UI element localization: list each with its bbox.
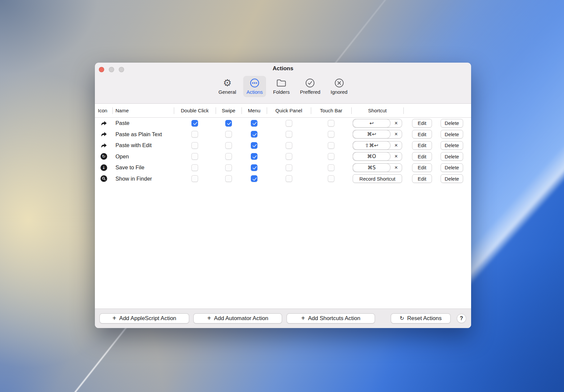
column-separator: [351, 107, 352, 114]
shortcut-value[interactable]: ⌘↩: [353, 130, 390, 139]
menu-checkbox[interactable]: [251, 153, 257, 160]
toolbar-item-ignored[interactable]: Ignored: [327, 76, 351, 97]
shortcut-field[interactable]: ⇧⌘↩ ×: [353, 141, 402, 150]
edit-button[interactable]: Edit: [412, 141, 432, 150]
column-separator: [242, 107, 242, 114]
forward-arrow-icon: [101, 120, 107, 127]
delete-button[interactable]: Delete: [441, 163, 463, 172]
column-separator: [174, 107, 174, 114]
button-label: Reset Actions: [407, 315, 442, 322]
double-click-checkbox[interactable]: [191, 142, 198, 149]
double-click-checkbox[interactable]: [191, 164, 198, 171]
toolbar-label: Preffered: [300, 89, 320, 95]
folder-icon: [276, 78, 286, 88]
open-circle-icon: ↻: [101, 153, 107, 160]
touch-bar-checkbox[interactable]: [328, 142, 334, 149]
quick-panel-checkbox[interactable]: [286, 175, 292, 182]
toolbar-item-preffered[interactable]: Preffered: [297, 76, 323, 97]
column-separator: [311, 107, 311, 114]
edit-button[interactable]: Edit: [412, 130, 432, 139]
record-shortcut-button[interactable]: Record Shortcut: [353, 174, 402, 183]
double-click-checkbox[interactable]: [191, 153, 198, 160]
toolbar-item-folders[interactable]: Folders: [270, 76, 293, 97]
clear-shortcut-button[interactable]: ×: [390, 130, 402, 138]
shortcut-value[interactable]: ↩: [353, 119, 390, 128]
touch-bar-checkbox[interactable]: [328, 175, 334, 182]
delete-button[interactable]: Delete: [441, 141, 463, 150]
action-name: Paste with Edit: [112, 142, 174, 148]
menu-checkbox[interactable]: [251, 164, 257, 171]
shortcut-field[interactable]: ⌘O ×: [353, 152, 402, 161]
delete-button[interactable]: Delete: [441, 130, 463, 139]
shortcut-value[interactable]: ⌘S: [353, 163, 390, 172]
quick-panel-checkbox[interactable]: [286, 131, 292, 138]
quick-panel-checkbox[interactable]: [286, 164, 292, 171]
reset-icon: ↻: [400, 315, 404, 321]
close-button[interactable]: [99, 67, 104, 72]
swipe-checkbox[interactable]: [225, 131, 232, 138]
delete-button[interactable]: Delete: [441, 119, 463, 128]
quick-panel-checkbox[interactable]: [286, 153, 292, 160]
menu-checkbox[interactable]: [251, 142, 257, 149]
add-shortcuts-action-button[interactable]: + Add Shortcuts Action: [287, 313, 375, 323]
delete-button[interactable]: Delete: [441, 152, 463, 161]
edit-button[interactable]: Edit: [412, 163, 432, 172]
menu-checkbox[interactable]: [251, 120, 257, 127]
swipe-checkbox[interactable]: [225, 175, 232, 182]
shortcut-field[interactable]: ↩ ×: [353, 119, 402, 128]
shortcut-value[interactable]: ⌘O: [353, 152, 390, 161]
add-applescript-action-button[interactable]: + Add AppleScript Action: [100, 313, 189, 323]
clear-shortcut-button[interactable]: ×: [390, 141, 402, 149]
edit-button[interactable]: Edit: [412, 152, 432, 161]
delete-button[interactable]: Delete: [441, 174, 463, 183]
table-row-show-in-finder: Show in Finder Record Shortcut Edit Dele…: [95, 173, 471, 185]
double-click-checkbox[interactable]: [191, 175, 198, 182]
zoom-button[interactable]: [119, 67, 124, 72]
toolbar-item-general[interactable]: ⚙ General: [215, 76, 240, 97]
add-automator-action-button[interactable]: + Add Automator Action: [193, 313, 282, 323]
action-name: Show in Finder: [112, 176, 174, 182]
column-header-menu: Menu: [242, 108, 267, 113]
column-separator: [216, 107, 216, 114]
table-header: Icon Name Double Click Swipe Menu Quick …: [95, 104, 471, 118]
shortcut-field[interactable]: ⌘S ×: [353, 163, 402, 172]
menu-checkbox[interactable]: [251, 175, 257, 182]
edit-button[interactable]: Edit: [412, 174, 432, 183]
help-button[interactable]: ?: [457, 314, 466, 323]
gear-icon: ⚙: [223, 78, 232, 88]
shortcut-field[interactable]: ⌘↩ ×: [353, 130, 402, 139]
table-row-paste-with-edit: Paste with Edit ⇧⌘↩ × Edit Delete: [95, 140, 471, 151]
touch-bar-checkbox[interactable]: [328, 120, 334, 127]
forward-arrow-icon: [101, 131, 107, 138]
clear-shortcut-button[interactable]: ×: [390, 152, 402, 160]
actions-window: Actions ⚙ General Actions Folders Preffe…: [95, 63, 471, 328]
toolbar-item-actions[interactable]: Actions: [243, 76, 266, 97]
column-header-swipe: Swipe: [216, 108, 242, 113]
touch-bar-checkbox[interactable]: [328, 164, 334, 171]
edit-button[interactable]: Edit: [412, 119, 432, 128]
table-row-paste-as-plain-text: Paste as Plain Text ⌘↩ × Edit Delete: [95, 129, 471, 140]
clear-shortcut-button[interactable]: ×: [390, 119, 402, 127]
column-header-quick-panel: Quick Panel: [267, 108, 311, 113]
clear-shortcut-button[interactable]: ×: [390, 164, 402, 172]
column-header-icon: Icon: [95, 108, 112, 113]
minimize-button[interactable]: [109, 67, 114, 72]
touch-bar-checkbox[interactable]: [328, 131, 334, 138]
forward-arrow-icon: [101, 142, 107, 149]
table-row-save-to-file: ↓ Save to File ⌘S × Edit Delete: [95, 162, 471, 173]
touch-bar-checkbox[interactable]: [328, 153, 334, 160]
swipe-checkbox[interactable]: [225, 164, 232, 171]
double-click-checkbox[interactable]: [191, 131, 198, 138]
reset-actions-button[interactable]: ↻ Reset Actions: [391, 313, 451, 323]
quick-panel-checkbox[interactable]: [286, 142, 292, 149]
plus-icon: +: [112, 314, 116, 322]
titlebar[interactable]: Actions: [95, 63, 471, 74]
swipe-checkbox[interactable]: [225, 142, 232, 149]
double-click-checkbox[interactable]: [191, 120, 198, 127]
shortcut-value[interactable]: ⇧⌘↩: [353, 141, 390, 150]
toolbar-label: Actions: [247, 89, 263, 95]
swipe-checkbox[interactable]: [225, 153, 232, 160]
quick-panel-checkbox[interactable]: [286, 120, 292, 127]
swipe-checkbox[interactable]: [225, 120, 232, 127]
menu-checkbox[interactable]: [251, 131, 257, 138]
